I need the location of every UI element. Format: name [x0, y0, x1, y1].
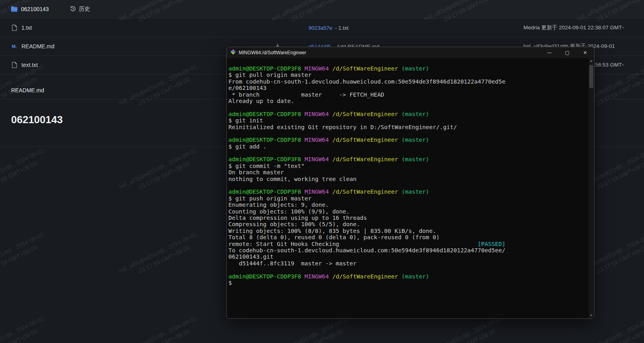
commit-info: 9023a57e- 1.txt — [309, 25, 349, 31]
terminal-line: $ — [228, 280, 588, 286]
window-controls: — ▢ ✕ — [540, 47, 594, 58]
terminal-line: admin@DESKTOP-CDDP3F8 MINGW64 /d/SoftWar… — [228, 189, 588, 195]
terminal-line: $ git pull origin master — [228, 72, 588, 78]
terminal-line: Counting objects: 100% (9/9), done. — [228, 208, 588, 215]
terminal-title: MINGW64:/d/SoftWareEngineer — [239, 50, 538, 55]
git-bash-icon — [230, 49, 236, 56]
terminal-line: admin@DESKTOP-CDDP3F8 MINGW64 /d/SoftWar… — [228, 65, 588, 72]
terminal-line: Enumerating objects: 9, done. — [228, 202, 588, 208]
terminal-line — [228, 104, 588, 111]
terminal-line: $ git commit -m "text" — [228, 163, 588, 169]
history-icon — [70, 6, 76, 13]
terminal-output[interactable]: admin@DESKTOP-CDDP3F8 MINGW64 /d/SoftWar… — [227, 58, 588, 318]
terminal-line: e/062100143 — [228, 85, 588, 91]
maximize-button[interactable]: ▢ — [558, 47, 576, 58]
scroll-thumb[interactable] — [589, 65, 593, 88]
terminal-line: Total 8 (delta 0), reused 0 (delta 0), p… — [228, 234, 588, 240]
file-text-icon — [11, 62, 17, 68]
terminal-line: On branch master — [228, 169, 588, 175]
terminal-scrollbar[interactable]: ▲ ▼ — [588, 58, 594, 318]
file-name[interactable]: 1.txt — [21, 25, 32, 31]
terminal-line: To codehub-cn-south-1.devcloud.huaweiclo… — [228, 247, 588, 253]
file-name[interactable]: README.md — [21, 43, 54, 50]
file-updated-meta: Medria 更新于 2024-09-01 22:38:07 GMT+08:00 — [523, 24, 623, 31]
scroll-up-icon[interactable]: ▲ — [590, 59, 593, 63]
terminal-line: Reinitialized existing Git repository in… — [228, 124, 588, 130]
close-button[interactable]: ✕ — [576, 47, 594, 58]
terminal-line — [228, 267, 588, 273]
terminal-line: $ git push origin master — [228, 195, 588, 202]
commit-message: - 1.txt — [335, 25, 349, 31]
terminal-line: Writing objects: 100% (8/8), 835 bytes |… — [228, 228, 588, 234]
terminal-line: From codehub-cn-south-1.devcloud.huaweic… — [228, 78, 588, 85]
terminal-line: * branch master -> FETCH_HEAD — [228, 91, 588, 98]
terminal-line: d51444f..8fc3119 master -> master — [228, 260, 588, 267]
terminal-window: MINGW64:/d/SoftWareEngineer — ▢ ✕ admin@… — [226, 47, 594, 319]
terminal-line — [228, 150, 588, 156]
terminal-line: 062100143.git — [228, 253, 588, 260]
terminal-line: admin@DESKTOP-CDDP3F8 MINGW64 /d/SoftWar… — [228, 111, 588, 117]
terminal-line: admin@DESKTOP-CDDP3F8 MINGW64 /d/SoftWar… — [228, 273, 588, 280]
markdown-icon: M↓ — [11, 44, 17, 49]
repo-name[interactable]: 062100143 — [21, 6, 49, 12]
terminal-line — [228, 182, 588, 189]
topbar: 062100143 历史 — [0, 0, 644, 19]
terminal-line: Compressing objects: 100% (5/5), done. — [228, 221, 588, 227]
terminal-line: nothing to commit, working tree clean — [228, 176, 588, 182]
file-row[interactable]: 1.txt9023a57e- 1.txtMedria 更新于 2024-09-0… — [0, 19, 644, 37]
terminal-line: admin@DESKTOP-CDDP3F8 MINGW64 /d/SoftWar… — [228, 137, 588, 143]
terminal-line: $ git init — [228, 117, 588, 124]
terminal-line: remote: Start Git Hooks Checking [PASSED… — [228, 241, 588, 247]
folder-icon — [11, 6, 17, 12]
terminal-line — [228, 130, 588, 137]
history-button[interactable]: 历史 — [70, 6, 90, 13]
terminal-line: Delta compression using up to 16 threads — [228, 215, 588, 221]
terminal-titlebar[interactable]: MINGW64:/d/SoftWareEngineer — ▢ ✕ — [227, 47, 594, 58]
commit-link[interactable]: 9023a57e — [309, 25, 332, 31]
minimize-button[interactable]: — — [540, 47, 558, 58]
terminal-line: $ git add . — [228, 143, 588, 150]
scroll-down-icon[interactable]: ▼ — [590, 314, 593, 317]
terminal-line: admin@DESKTOP-CDDP3F8 MINGW64 /d/SoftWar… — [228, 156, 588, 162]
history-label: 历史 — [79, 6, 90, 13]
file-text-icon — [11, 25, 17, 31]
file-name[interactable]: text.txt — [21, 62, 38, 68]
terminal-line: Already up to date. — [228, 98, 588, 104]
